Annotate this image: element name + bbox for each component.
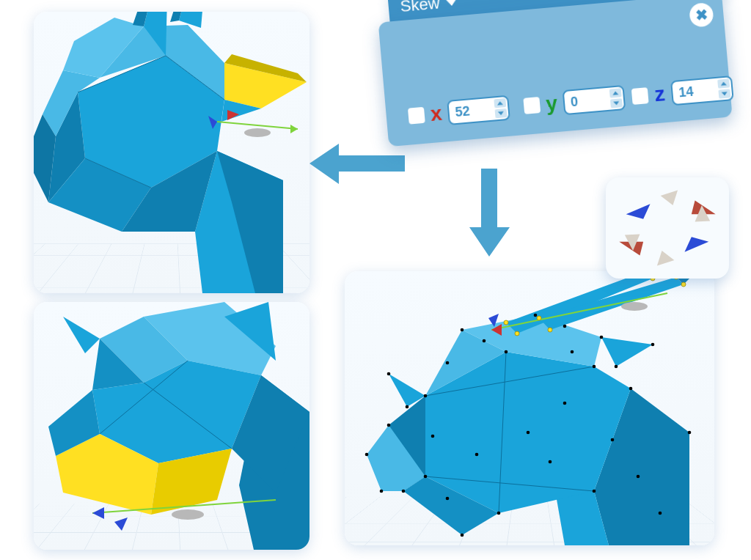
lowpoly-giraffe-head-front-icon bbox=[34, 302, 309, 550]
svg-point-94 bbox=[637, 475, 640, 479]
svg-point-66 bbox=[629, 387, 633, 391]
svg-point-82 bbox=[549, 460, 552, 464]
svg-point-20 bbox=[244, 128, 271, 137]
svg-point-79 bbox=[406, 405, 409, 409]
svg-point-68 bbox=[497, 512, 501, 515]
svg-point-59 bbox=[621, 302, 648, 311]
page-canvas: Skew x 52 y 0 bbox=[0, 0, 751, 560]
svg-marker-107 bbox=[684, 237, 708, 252]
viewport-top-left[interactable] bbox=[34, 12, 309, 293]
axis-z-step-down[interactable] bbox=[718, 89, 730, 98]
lowpoly-giraffe-head-side-icon bbox=[34, 12, 309, 293]
close-button[interactable] bbox=[689, 2, 714, 28]
svg-marker-22 bbox=[290, 125, 298, 133]
svg-point-67 bbox=[593, 490, 596, 493]
svg-point-85 bbox=[483, 339, 486, 343]
svg-point-64 bbox=[505, 350, 508, 354]
viewport-bottom-right[interactable] bbox=[345, 271, 714, 545]
svg-point-81 bbox=[615, 365, 618, 369]
axis-x-spinner bbox=[494, 98, 507, 118]
axis-y-value: 0 bbox=[570, 94, 579, 110]
svg-point-78 bbox=[387, 372, 391, 376]
svg-point-88 bbox=[527, 431, 530, 435]
svg-point-91 bbox=[446, 497, 450, 501]
axis-x-checkbox[interactable] bbox=[408, 107, 425, 125]
axis-z-step-up[interactable] bbox=[717, 78, 730, 88]
svg-line-21 bbox=[217, 122, 298, 129]
svg-point-102 bbox=[504, 320, 508, 325]
axis-x-input[interactable]: 52 bbox=[447, 95, 510, 125]
svg-marker-105 bbox=[469, 169, 510, 257]
svg-point-76 bbox=[365, 453, 369, 457]
axis-y-spinner bbox=[609, 88, 623, 108]
axis-y-label: y bbox=[543, 92, 560, 117]
svg-point-89 bbox=[475, 453, 479, 457]
svg-point-77 bbox=[380, 490, 384, 493]
svg-point-74 bbox=[402, 490, 406, 493]
svg-point-71 bbox=[461, 328, 464, 332]
svg-marker-51 bbox=[601, 337, 653, 366]
axis-z-checkbox[interactable] bbox=[631, 87, 649, 105]
svg-marker-28 bbox=[63, 317, 100, 353]
axis-y-step-down[interactable] bbox=[610, 98, 623, 108]
svg-point-80 bbox=[651, 343, 655, 347]
svg-point-92 bbox=[431, 435, 435, 438]
axis-x-row: x 52 bbox=[407, 95, 510, 129]
skew-gizmo-card[interactable] bbox=[606, 177, 729, 279]
svg-point-101 bbox=[548, 328, 552, 332]
axis-y-checkbox[interactable] bbox=[523, 97, 541, 114]
axis-z-spinner bbox=[717, 78, 730, 98]
svg-point-84 bbox=[446, 361, 450, 365]
skew-panel-title: Skew bbox=[400, 0, 441, 16]
svg-point-93 bbox=[611, 438, 615, 442]
svg-marker-41 bbox=[114, 517, 128, 531]
axis-x-step-up[interactable] bbox=[494, 98, 506, 108]
svg-point-70 bbox=[387, 424, 391, 427]
svg-marker-111 bbox=[657, 251, 674, 266]
axis-x-value: 52 bbox=[455, 103, 471, 120]
axis-x-label: x bbox=[428, 102, 444, 127]
axis-z-input[interactable]: 14 bbox=[670, 75, 734, 106]
svg-point-103 bbox=[537, 316, 541, 320]
svg-point-65 bbox=[593, 365, 596, 369]
svg-point-73 bbox=[600, 336, 604, 339]
axis-z-row: z 14 bbox=[631, 75, 733, 109]
svg-point-75 bbox=[461, 534, 464, 537]
svg-marker-110 bbox=[661, 190, 678, 205]
svg-point-87 bbox=[571, 350, 574, 354]
svg-point-86 bbox=[563, 325, 567, 328]
skew-gizmo-icon bbox=[612, 183, 723, 273]
skew-panel-body: x 52 y 0 bbox=[378, 0, 733, 147]
svg-point-69 bbox=[424, 475, 428, 479]
svg-marker-40 bbox=[92, 507, 104, 519]
svg-point-38 bbox=[172, 509, 204, 520]
axis-y-input[interactable]: 0 bbox=[563, 85, 626, 115]
axis-z-label: z bbox=[651, 82, 668, 107]
lowpoly-giraffe-head-skewed-icon bbox=[345, 271, 714, 545]
svg-point-72 bbox=[534, 314, 538, 317]
svg-point-100 bbox=[515, 331, 519, 336]
viewport-bottom-left[interactable] bbox=[34, 302, 309, 550]
axis-y-row: y 0 bbox=[523, 85, 626, 119]
svg-point-90 bbox=[563, 402, 567, 405]
svg-marker-106 bbox=[626, 204, 651, 219]
svg-point-83 bbox=[688, 431, 692, 435]
svg-point-63 bbox=[424, 394, 428, 398]
chevron-down-icon bbox=[445, 0, 458, 7]
skew-panel: Skew x 52 y 0 bbox=[367, 0, 748, 175]
axis-y-step-up[interactable] bbox=[609, 88, 622, 97]
axis-x-step-down[interactable] bbox=[495, 108, 508, 118]
svg-point-99 bbox=[681, 282, 686, 287]
svg-point-95 bbox=[659, 512, 662, 515]
axis-z-value: 14 bbox=[678, 84, 695, 100]
arrow-down-icon bbox=[469, 169, 510, 257]
